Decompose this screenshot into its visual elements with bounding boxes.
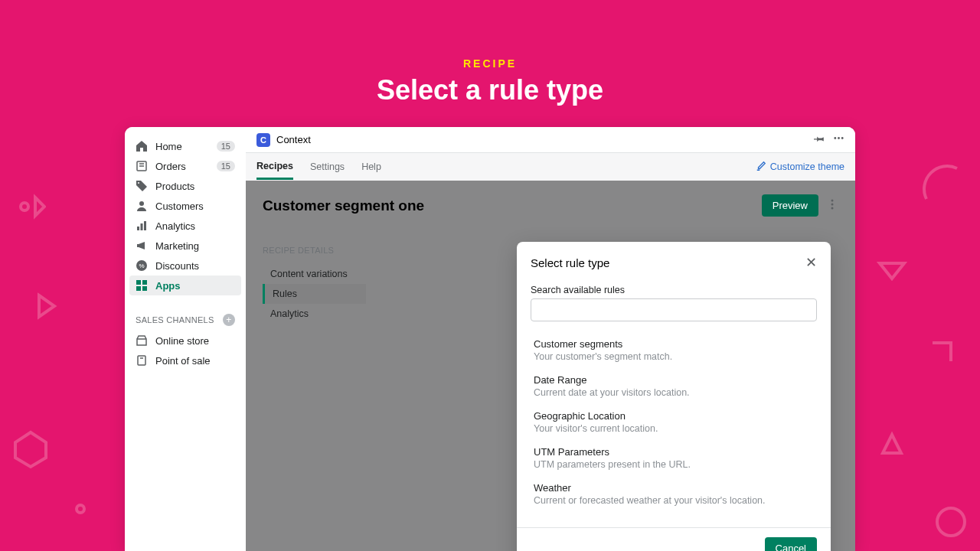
rule-title: Customer segments <box>534 338 814 350</box>
tab-settings[interactable]: Settings <box>310 155 345 178</box>
rule-option-date-range[interactable]: Date Range Current date at your visitors… <box>531 368 817 404</box>
rule-title: Date Range <box>534 374 814 386</box>
rule-option-utm-parameters[interactable]: UTM Parameters UTM parameters present in… <box>531 440 817 476</box>
sidebar: Home 15 Orders 15 Products Customers Ana… <box>125 127 246 551</box>
more-icon[interactable] <box>833 132 844 147</box>
svg-rect-8 <box>144 221 146 230</box>
sidebar-item-label: Customers <box>155 201 204 212</box>
apps-icon <box>136 279 148 292</box>
svg-point-0 <box>21 203 28 210</box>
sidebar-item-label: Marketing <box>155 240 199 252</box>
sidebar-item-analytics[interactable]: Analytics <box>125 216 246 236</box>
pin-icon[interactable] <box>814 132 825 147</box>
svg-rect-14 <box>142 286 147 291</box>
rule-title: Weather <box>534 482 814 494</box>
paint-icon <box>756 161 766 174</box>
customize-theme-link[interactable]: Customize theme <box>756 161 844 174</box>
sidebar-item-marketing[interactable]: Marketing <box>125 236 246 256</box>
megaphone-icon <box>136 240 148 252</box>
svg-point-21 <box>831 207 834 209</box>
svg-point-16 <box>834 137 836 139</box>
svg-rect-6 <box>137 227 139 230</box>
detail-rules[interactable]: Rules <box>263 284 366 304</box>
svg-point-17 <box>838 137 840 139</box>
tab-help[interactable]: Help <box>361 155 381 178</box>
rule-desc: UTM parameters present in the URL. <box>534 459 814 470</box>
svg-point-19 <box>831 199 834 201</box>
page-title: Customer segment one <box>263 197 424 214</box>
svg-marker-1 <box>15 432 46 467</box>
detail-content-variations[interactable]: Content variations <box>263 264 366 284</box>
rule-option-weather[interactable]: Weather Current or forecasted weather at… <box>531 476 817 512</box>
sidebar-item-orders[interactable]: Orders 15 <box>125 156 246 176</box>
subnav: Recipes Settings Help Customize theme <box>246 153 855 181</box>
tab-recipes[interactable]: Recipes <box>256 155 293 180</box>
sidebar-item-products[interactable]: Products <box>125 176 246 196</box>
sidebar-badge: 15 <box>217 141 235 152</box>
rule-desc: Your customer's segment match. <box>534 351 814 362</box>
svg-rect-11 <box>136 280 141 285</box>
rule-title: UTM Parameters <box>534 446 814 458</box>
sidebar-item-label: Products <box>155 181 194 192</box>
sidebar-item-label: Analytics <box>155 220 195 232</box>
page-header: Customer segment one Preview <box>246 181 855 227</box>
sidebar-channel-online-store[interactable]: Online store <box>125 331 246 350</box>
sidebar-item-label: Orders <box>155 161 186 172</box>
rule-desc: Current date at your visitors location. <box>534 387 814 398</box>
cancel-button[interactable]: Cancel <box>765 537 817 551</box>
svg-rect-7 <box>141 223 143 230</box>
discount-icon: % <box>136 259 148 272</box>
preview-button[interactable]: Preview <box>762 194 818 217</box>
detail-analytics[interactable]: Analytics <box>263 304 366 324</box>
select-rule-type-modal: Select rule type ✕ Search available rule… <box>517 242 831 551</box>
sidebar-item-label: Discounts <box>155 260 199 272</box>
svg-point-5 <box>139 201 144 206</box>
close-icon[interactable]: ✕ <box>805 254 817 271</box>
rule-desc: Your visitor's current location. <box>534 423 814 434</box>
sidebar-badge: 15 <box>217 161 235 171</box>
app-window: Home 15 Orders 15 Products Customers Ana… <box>125 127 855 551</box>
page-more-button[interactable] <box>826 198 838 214</box>
search-input[interactable] <box>531 298 817 321</box>
svg-rect-12 <box>142 280 147 285</box>
svg-rect-13 <box>136 286 141 291</box>
svg-point-2 <box>77 505 84 513</box>
hero-title: Select a rule type <box>0 74 980 106</box>
modal-title: Select rule type <box>531 256 609 269</box>
svg-point-3 <box>937 508 965 536</box>
context-logo: C <box>256 133 270 147</box>
orders-icon <box>136 160 148 172</box>
rule-option-geo-location[interactable]: Geographic Location Your visitor's curre… <box>531 404 817 440</box>
tag-icon <box>136 180 148 192</box>
recipe-details-heading: RECIPE DETAILS <box>263 246 366 255</box>
sidebar-item-customers[interactable]: Customers <box>125 196 246 216</box>
app-name: Context <box>276 134 311 145</box>
sidebar-item-label: Apps <box>155 280 181 292</box>
rule-title: Geographic Location <box>534 410 814 422</box>
hero-eyebrow: RECIPE <box>0 57 980 70</box>
search-label: Search available rules <box>531 285 817 295</box>
sidebar-item-label: Point of sale <box>155 355 211 367</box>
add-channel-button[interactable]: + <box>223 314 235 326</box>
svg-rect-15 <box>138 356 145 365</box>
sales-channels-heading: SALES CHANNELS + <box>125 309 246 331</box>
pos-icon <box>136 354 148 367</box>
person-icon <box>136 200 148 212</box>
sidebar-item-apps[interactable]: Apps <box>129 276 241 295</box>
svg-point-18 <box>841 137 844 139</box>
store-icon <box>136 334 148 347</box>
svg-point-20 <box>831 203 834 205</box>
sidebar-item-label: Home <box>155 141 182 152</box>
home-icon <box>136 140 148 152</box>
main-area: C Context Recipes Settings Help Customiz… <box>246 127 855 551</box>
sidebar-channel-pos[interactable]: Point of sale <box>125 350 246 370</box>
rule-option-customer-segments[interactable]: Customer segments Your customer's segmen… <box>531 332 817 368</box>
recipe-details-nav: RECIPE DETAILS Content variations Rules … <box>263 246 366 324</box>
rule-desc: Current or forecasted weather at your vi… <box>534 495 814 506</box>
sidebar-item-home[interactable]: Home 15 <box>125 136 246 156</box>
topbar: C Context <box>246 127 855 153</box>
svg-text:%: % <box>139 262 144 269</box>
sidebar-item-discounts[interactable]: % Discounts <box>125 256 246 276</box>
chart-icon <box>136 220 148 232</box>
sidebar-item-label: Online store <box>155 335 209 347</box>
